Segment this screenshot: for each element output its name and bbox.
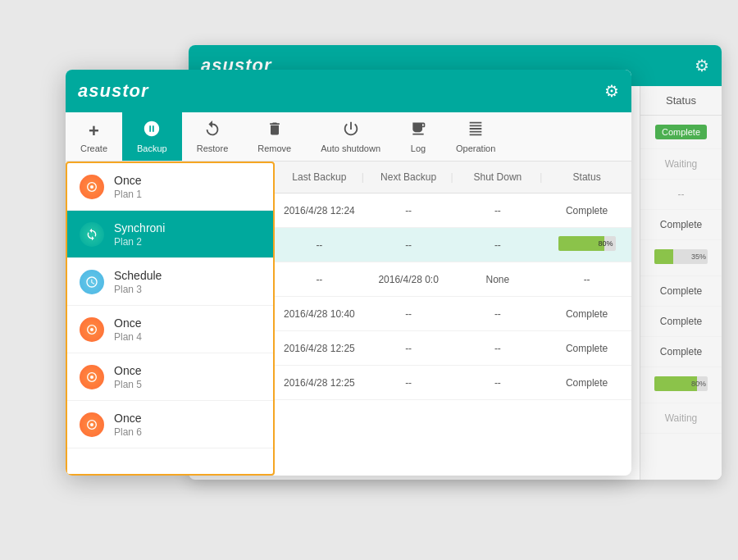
sidebar-item-plan5[interactable]: Once Plan 5 — [67, 353, 273, 401]
row2-shut-down: -- — [453, 233, 543, 257]
backup-icon — [143, 120, 161, 142]
log-label: Log — [411, 143, 426, 153]
row3-last-backup: -- — [275, 267, 364, 292]
settings-icon[interactable]: ⚙ — [604, 81, 619, 101]
row3-next-backup: 2016/4/28 0:0 — [364, 267, 453, 292]
create-label: Create — [80, 143, 107, 153]
main-content: Last Backup Next Backup Shut Down Status… — [275, 162, 631, 476]
bg-status-item-6: Complete — [640, 276, 722, 307]
row5-last-backup: 2016/4/28 12:25 — [275, 336, 364, 361]
table-row-4[interactable]: 2016/4/28 10:40 -- -- Complete — [275, 297, 631, 331]
once-icon-5 — [80, 365, 104, 389]
sidebar-item-plan6[interactable]: Once Plan 6 — [67, 401, 273, 448]
operation-icon — [467, 120, 485, 142]
row1-shut-down: -- — [453, 198, 543, 223]
backup-label: Backup — [137, 143, 167, 153]
bg-status-item-8: Complete — [640, 337, 722, 367]
restore-icon — [203, 120, 221, 142]
table-row-2[interactable]: -- -- -- 80% — [275, 228, 631, 262]
bg-status-item-2: Waiting — [640, 149, 722, 180]
row1-status: Complete — [542, 198, 631, 223]
header-status: Status — [542, 168, 631, 186]
backup-button[interactable]: Backup — [122, 112, 182, 161]
table-row-3[interactable]: -- 2016/4/28 0:0 None -- — [275, 262, 631, 297]
sync-icon — [80, 222, 104, 247]
sidebar-item-plan1[interactable]: Once Plan 1 — [67, 163, 273, 211]
bg-status-item-5: 35% — [640, 240, 722, 276]
sidebar: Once Plan 1 Synchroni Plan 2 Schedul — [66, 162, 275, 476]
row4-last-backup: 2016/4/28 10:40 — [275, 302, 364, 326]
once-icon-4 — [80, 317, 104, 342]
bg-status-column: Status Complete Waiting -- Complete 35% … — [640, 86, 722, 480]
toolbar: + Create Backup Restore — [66, 112, 631, 162]
sidebar-item-plan2[interactable]: Synchroni Plan 2 — [67, 211, 273, 258]
once-icon-6 — [80, 412, 104, 437]
restore-label: Restore — [197, 143, 229, 153]
sidebar-item-plan4[interactable]: Once Plan 4 — [67, 306, 273, 353]
row5-status: Complete — [542, 336, 631, 361]
row5-shut-down: -- — [453, 336, 543, 361]
log-button[interactable]: Log — [395, 112, 441, 161]
svg-point-3 — [90, 328, 93, 331]
plan2-name: Plan 2 — [114, 236, 165, 248]
bg-status-item-7: Complete — [640, 307, 722, 337]
table-row-5[interactable]: 2016/4/28 12:25 -- -- Complete — [275, 331, 631, 366]
remove-label: Remove — [257, 143, 291, 153]
row4-status: Complete — [542, 302, 631, 326]
plan1-name: Plan 1 — [114, 189, 142, 200]
plan3-name: Plan 3 — [114, 284, 162, 295]
header-last-backup: Last Backup — [275, 168, 364, 186]
bg-status-item-1: Complete — [640, 116, 722, 149]
header-shut-down: Shut Down — [453, 168, 543, 186]
plan4-type: Once — [114, 316, 142, 330]
operation-button[interactable]: Operation — [441, 112, 510, 161]
svg-point-5 — [90, 376, 93, 379]
sidebar-item-plan3[interactable]: Schedule Plan 3 — [67, 258, 273, 306]
trash-icon — [266, 120, 283, 142]
row2-next-backup: -- — [364, 233, 453, 257]
header-next-backup: Next Backup — [364, 168, 453, 186]
bg-status-item-4: Complete — [640, 210, 722, 240]
bg-status-item-10: Waiting — [640, 403, 722, 434]
schedule-icon — [80, 270, 104, 294]
plan5-type: Once — [114, 364, 142, 377]
table-row-1[interactable]: 2016/4/28 12:24 -- -- Complete — [275, 193, 631, 228]
main-logo: asustor — [78, 80, 148, 102]
bg-status-item-3: -- — [640, 180, 722, 210]
log-icon — [410, 120, 426, 142]
remove-button[interactable]: Remove — [243, 112, 306, 161]
bg-status-header: Status — [640, 86, 722, 116]
plan5-name: Plan 5 — [114, 379, 142, 390]
bg-status-item-9: 80% — [640, 367, 722, 403]
table-header: Last Backup Next Backup Shut Down Status — [275, 162, 631, 193]
row4-next-backup: -- — [364, 302, 453, 326]
row1-last-backup: 2016/4/28 12:24 — [275, 198, 364, 223]
create-button[interactable]: + Create — [66, 112, 122, 161]
table-row-6[interactable]: 2016/4/28 12:25 -- -- Complete — [275, 366, 631, 400]
row3-shut-down: None — [453, 267, 543, 292]
plan6-name: Plan 6 — [114, 426, 142, 438]
plus-icon: + — [89, 121, 99, 142]
shutdown-icon — [342, 120, 360, 142]
operation-label: Operation — [456, 143, 495, 153]
restore-button[interactable]: Restore — [182, 112, 244, 161]
row2-status: 80% — [542, 230, 631, 260]
row3-status: -- — [542, 267, 631, 292]
row6-shut-down: -- — [453, 371, 543, 395]
content-area: Once Plan 1 Synchroni Plan 2 Schedul — [66, 162, 631, 476]
main-window: asustor ⚙ + Create Backup Restore — [66, 70, 631, 476]
row5-next-backup: -- — [364, 336, 453, 361]
auto-shutdown-label: Auto shutdown — [321, 143, 380, 153]
row4-shut-down: -- — [453, 302, 543, 326]
row6-status: Complete — [542, 371, 631, 395]
svg-point-1 — [90, 185, 93, 189]
svg-point-7 — [90, 423, 93, 426]
plan3-type: Schedule — [114, 269, 162, 282]
plan4-name: Plan 4 — [114, 331, 142, 343]
auto-shutdown-button[interactable]: Auto shutdown — [306, 112, 395, 161]
row6-last-backup: 2016/4/28 12:25 — [275, 371, 364, 395]
plan1-type: Once — [114, 174, 142, 187]
row6-next-backup: -- — [364, 371, 453, 395]
once-icon-1 — [80, 175, 104, 199]
row2-last-backup: -- — [275, 233, 364, 257]
